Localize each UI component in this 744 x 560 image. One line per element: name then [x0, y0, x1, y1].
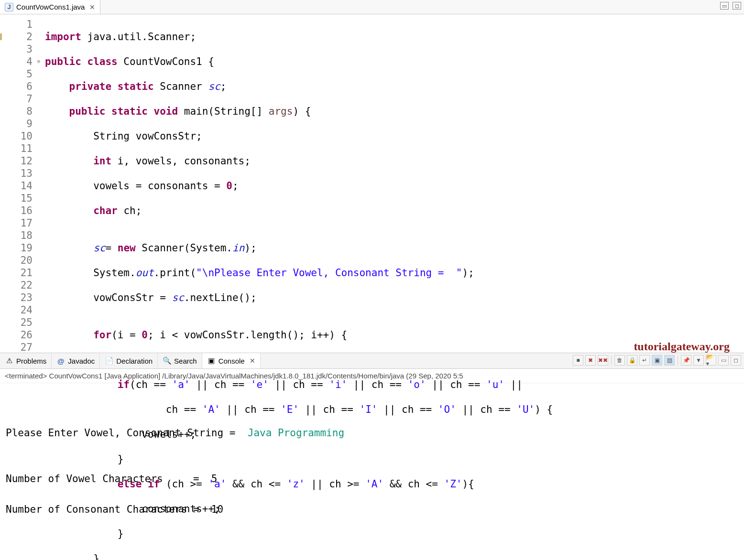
- console-icon: ▣: [207, 356, 216, 365]
- search-icon: 🔍: [163, 356, 171, 365]
- line-number-gutter: 1 2 3 4 5 6 7 8 9 10 11 12 13 14 15 16 1…: [5, 14, 35, 353]
- java-file-icon: J: [5, 3, 13, 11]
- code-line: sc= new Scanner(System.in);: [45, 242, 744, 254]
- tab-filename: CountVowCons1.java: [16, 3, 85, 11]
- code-line: int i, vowels, consonants;: [45, 155, 744, 167]
- watermark: tutorialgateway.org: [634, 340, 730, 353]
- console-toolbar: ■ ✖ ✖✖ 🗑 🔒 ↵ ▣ ▤ 📌 ▼ 📂▾ ▭ ◻: [573, 355, 741, 366]
- code-line: }: [45, 552, 744, 560]
- pin-console-icon[interactable]: 📌: [681, 355, 691, 366]
- fold-collapse-icon[interactable]: ⊖: [35, 55, 42, 68]
- minimize-icon[interactable]: ▭: [718, 355, 729, 366]
- code-line: vowConsStr = sc.nextLine();: [45, 291, 744, 304]
- code-line: String vowConsStr;: [45, 130, 744, 142]
- minimize-icon[interactable]: ▭: [720, 2, 729, 10]
- tab-console[interactable]: ▣ Console ✕: [202, 353, 261, 368]
- maximize-icon[interactable]: ◻: [731, 355, 741, 366]
- declaration-icon: 📄: [105, 356, 113, 365]
- fold-column: ⊖: [35, 14, 42, 353]
- display-selected-icon[interactable]: ▼: [693, 355, 704, 366]
- window-controls: ▭ ◻: [720, 2, 741, 10]
- remove-all-icon[interactable]: ✖✖: [598, 355, 608, 366]
- code-line: consonants++;: [45, 503, 744, 515]
- tab-search[interactable]: 🔍 Search: [158, 353, 202, 368]
- problems-icon: ⚠: [5, 356, 13, 365]
- code-line: vowels++;: [45, 428, 744, 441]
- bottom-view-tabs: ⚠ Problems @ Javadoc 📄 Declaration 🔍 Sea…: [0, 353, 744, 369]
- clear-console-icon[interactable]: 🗑: [614, 355, 625, 366]
- show-console-icon[interactable]: ▣: [652, 355, 662, 366]
- maximize-icon[interactable]: ◻: [733, 2, 741, 10]
- tab-problems[interactable]: ⚠ Problems: [0, 353, 52, 368]
- show-stdout-icon[interactable]: ▤: [664, 355, 675, 366]
- code-editor[interactable]: 1 2 3 4 5 6 7 8 9 10 11 12 13 14 15 16 1…: [0, 14, 744, 353]
- close-icon[interactable]: ✕: [88, 3, 95, 11]
- code-line: char ch;: [45, 205, 744, 217]
- scroll-lock-icon[interactable]: 🔒: [627, 355, 637, 366]
- remove-launch-icon[interactable]: ✖: [585, 355, 596, 366]
- code-line: System.out.print("\nPlease Enter Vowel, …: [45, 267, 744, 279]
- word-wrap-icon[interactable]: ↵: [639, 355, 650, 366]
- terminate-icon[interactable]: ■: [573, 355, 583, 366]
- code-line: public static void main(String[] args) {: [45, 105, 744, 118]
- code-line: }: [45, 453, 744, 465]
- code-line: private static Scanner sc;: [45, 80, 744, 93]
- code-line: vowels = consonants = 0;: [45, 180, 744, 192]
- code-line: ch == 'A' || ch == 'E' || ch == 'I' || c…: [45, 403, 744, 416]
- tab-javadoc[interactable]: @ Javadoc: [52, 353, 100, 368]
- editor-tab-bar: J CountVowCons1.java ✕ ▭ ◻: [0, 0, 744, 14]
- code-line: if(ch == 'a' || ch == 'e' || ch == 'i' |…: [45, 378, 744, 391]
- editor-tab[interactable]: J CountVowCons1.java ✕: [0, 0, 100, 14]
- close-icon[interactable]: ✕: [248, 357, 255, 365]
- code-area[interactable]: import java.util.Scanner; public class C…: [42, 14, 744, 353]
- left-marker-bar: [0, 14, 5, 353]
- tab-declaration[interactable]: 📄 Declaration: [100, 353, 158, 368]
- code-line: }: [45, 528, 744, 540]
- open-console-icon[interactable]: 📂▾: [706, 355, 716, 366]
- javadoc-icon: @: [56, 356, 65, 365]
- code-line: import java.util.Scanner;: [45, 31, 744, 43]
- code-line: else if (ch >= 'a' && ch <= 'z' || ch >=…: [45, 478, 744, 490]
- code-line: public class CountVowCons1 {: [45, 55, 744, 68]
- code-line: for(i = 0; i < vowConsStr.length(); i++)…: [45, 329, 744, 341]
